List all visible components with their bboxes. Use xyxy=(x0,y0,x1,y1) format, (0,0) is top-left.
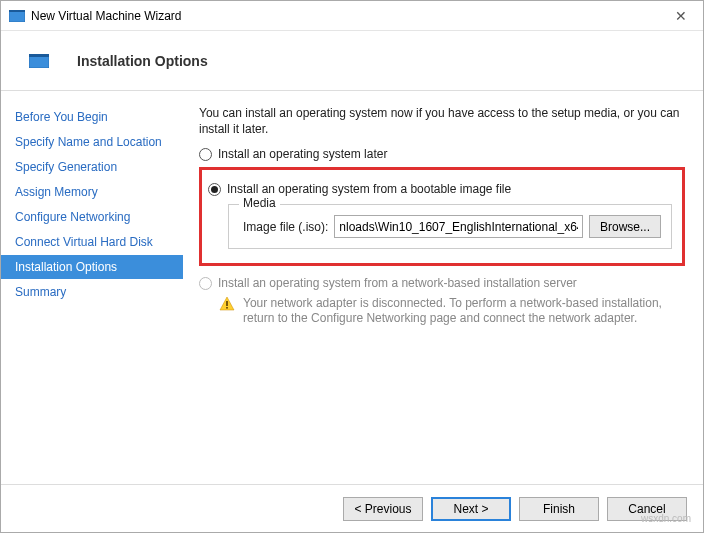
image-file-input[interactable] xyxy=(334,215,583,238)
sidebar-item-installation-options[interactable]: Installation Options xyxy=(1,255,183,279)
warning-icon xyxy=(219,296,235,312)
warning-row: Your network adapter is disconnected. To… xyxy=(219,296,685,326)
next-button[interactable]: Next > xyxy=(431,497,511,521)
sidebar-item-before-you-begin[interactable]: Before You Begin xyxy=(1,105,183,129)
browse-button[interactable]: Browse... xyxy=(589,215,661,238)
intro-text: You can install an operating system now … xyxy=(199,105,685,137)
content: You can install an operating system now … xyxy=(183,91,703,484)
sidebar-item-specify-name[interactable]: Specify Name and Location xyxy=(1,130,183,154)
media-group: Media Image file (.iso): Browse... xyxy=(228,204,672,249)
radio-icon xyxy=(199,277,212,290)
sidebar-item-configure-networking[interactable]: Configure Networking xyxy=(1,205,183,229)
radio-label: Install an operating system from a boota… xyxy=(227,182,511,196)
radio-icon xyxy=(199,148,212,161)
radio-install-image[interactable]: Install an operating system from a boota… xyxy=(208,182,672,196)
svg-rect-1 xyxy=(9,10,25,12)
radio-install-later[interactable]: Install an operating system later xyxy=(199,147,685,161)
radio-icon xyxy=(208,183,221,196)
finish-button[interactable]: Finish xyxy=(519,497,599,521)
footer: < Previous Next > Finish Cancel xyxy=(1,484,703,532)
group-title: Media xyxy=(239,196,280,210)
previous-button[interactable]: < Previous xyxy=(343,497,423,521)
radio-label: Install an operating system later xyxy=(218,147,387,161)
header-icon xyxy=(29,54,49,68)
app-icon xyxy=(9,10,25,22)
svg-rect-5 xyxy=(226,301,228,306)
titlebar: New Virtual Machine Wizard ✕ xyxy=(1,1,703,31)
sidebar: Before You Begin Specify Name and Locati… xyxy=(1,91,183,484)
body: Before You Begin Specify Name and Locati… xyxy=(1,91,703,484)
close-icon[interactable]: ✕ xyxy=(667,8,695,24)
watermark: wsxdn.com xyxy=(641,513,691,524)
svg-rect-3 xyxy=(29,54,49,57)
highlight-box: Install an operating system from a boota… xyxy=(199,167,685,266)
sidebar-item-specify-generation[interactable]: Specify Generation xyxy=(1,155,183,179)
svg-rect-6 xyxy=(226,307,228,309)
sidebar-item-summary[interactable]: Summary xyxy=(1,280,183,304)
window-title: New Virtual Machine Wizard xyxy=(31,9,667,23)
radio-install-network: Install an operating system from a netwo… xyxy=(199,276,685,290)
sidebar-item-connect-vhd[interactable]: Connect Virtual Hard Disk xyxy=(1,230,183,254)
sidebar-item-assign-memory[interactable]: Assign Memory xyxy=(1,180,183,204)
image-file-label: Image file (.iso): xyxy=(243,220,328,234)
radio-label: Install an operating system from a netwo… xyxy=(218,276,577,290)
image-file-row: Image file (.iso): Browse... xyxy=(243,215,661,238)
warning-text: Your network adapter is disconnected. To… xyxy=(243,296,685,326)
page-title: Installation Options xyxy=(77,53,208,69)
wizard-window: New Virtual Machine Wizard ✕ Installatio… xyxy=(0,0,704,533)
header: Installation Options xyxy=(1,31,703,91)
